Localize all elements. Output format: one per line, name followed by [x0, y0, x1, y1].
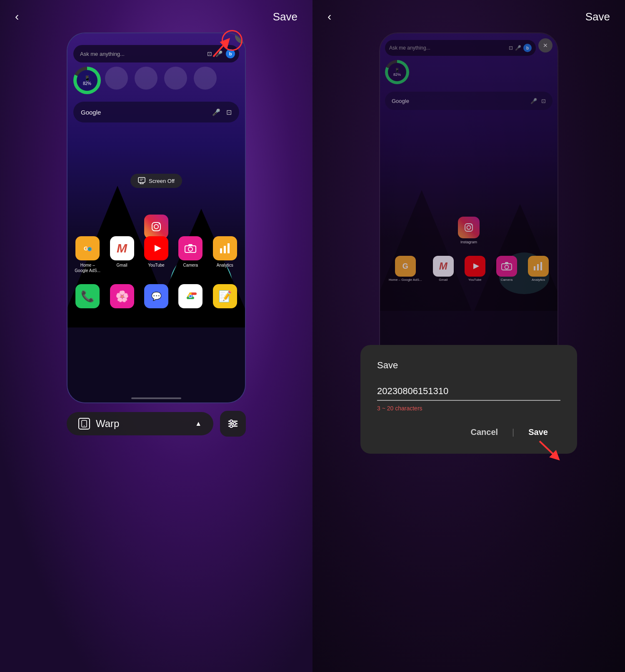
right-app-analytics: Analytics	[528, 256, 549, 282]
right-instagram-icon	[458, 217, 480, 238]
svg-rect-36	[534, 266, 535, 270]
right-mic-icon: 🎤	[515, 45, 521, 51]
svg-point-20	[189, 295, 192, 297]
right-battery-pct: 82%	[393, 72, 401, 77]
right-battery-widget: 📱 82%	[385, 60, 409, 84]
right-analytics-icon	[528, 256, 549, 277]
phone-emoji: 📞	[81, 290, 94, 303]
left-back-button[interactable]: ‹	[15, 10, 19, 23]
right-youtube-icon	[465, 256, 485, 277]
save-button-container: Save	[516, 423, 560, 441]
battery-widget: 📱 82%	[73, 67, 101, 94]
right-app-camera: Camera	[496, 256, 517, 282]
right-back-button[interactable]: ‹	[328, 10, 331, 23]
app-notes[interactable]: 📝	[211, 284, 239, 310]
phone-screen: Ask me anything... ⊡ 🎤 b 📱 82%	[68, 33, 245, 402]
save-dialog-title: Save	[377, 360, 560, 371]
save-hint-text: 3 ~ 20 characters	[377, 405, 560, 412]
warp-settings-button[interactable]	[220, 411, 246, 437]
analytics-label: Analytics	[217, 262, 233, 268]
svg-point-3	[154, 225, 158, 229]
svg-line-40	[540, 441, 556, 457]
dialog-divider: |	[512, 427, 514, 437]
svg-point-31	[471, 224, 472, 225]
app-phone[interactable]: 📞	[73, 284, 102, 310]
svg-line-1	[213, 42, 227, 57]
warp-pill[interactable]: Warp ▲	[67, 412, 213, 435]
right-app-gmail: M Gmail	[433, 256, 454, 282]
warp-bar: Warp ▲	[67, 411, 246, 437]
left-top-bar: ‹ Save	[0, 0, 312, 28]
app-camera[interactable]: Camera	[176, 236, 205, 273]
right-phone-close-button[interactable]: ✕	[538, 38, 552, 52]
phone-icon: 📞	[75, 284, 100, 308]
settings-icon	[227, 418, 239, 430]
svg-marker-9	[155, 245, 161, 252]
app-chrome[interactable]	[176, 284, 205, 310]
google-label: Google	[81, 109, 212, 116]
svg-rect-35	[505, 262, 508, 264]
notes-icon: 📝	[213, 284, 237, 308]
right-app-row: G Home – Google AdS... M Gmail YouTube	[383, 256, 554, 282]
camera-svg	[184, 243, 197, 253]
right-ads-icon: G	[395, 256, 416, 277]
screen-off-overlay[interactable]: Screen Off	[130, 174, 182, 188]
right-google-bar: Google 🎤 ⊡	[385, 92, 552, 110]
right-save-button[interactable]: Save	[585, 10, 610, 23]
right-google-mic: 🎤	[530, 98, 537, 104]
warp-phone-icon	[78, 418, 90, 430]
youtube-label: YouTube	[148, 262, 164, 268]
svg-point-34	[505, 265, 508, 269]
svg-rect-37	[537, 264, 539, 270]
left-save-button[interactable]: Save	[273, 10, 298, 23]
svg-point-27	[233, 422, 236, 425]
warp-phone-svg	[81, 420, 88, 427]
nav-line	[131, 397, 181, 399]
svg-point-26	[230, 420, 232, 422]
app-grid: G Home – Google AdS... M	[73, 236, 239, 317]
battery-percent: 82%	[83, 81, 91, 86]
svg-marker-32	[473, 263, 479, 269]
right-instagram-container: Instagram	[380, 217, 558, 244]
bubble-icon: 💬	[144, 284, 168, 308]
save-filename-input[interactable]	[377, 382, 560, 401]
app-bubble[interactable]: 💬	[142, 284, 170, 310]
chrome-icon	[178, 284, 202, 308]
dialog-cancel-button[interactable]: Cancel	[458, 423, 510, 441]
right-youtube-label: YouTube	[468, 278, 481, 282]
right-gmail-icon: M	[433, 256, 454, 277]
app-analytics[interactable]: Analytics	[211, 236, 239, 273]
battery-icon: 📱	[84, 75, 90, 81]
app-google-ads[interactable]: G Home – Google AdS...	[73, 236, 102, 273]
screen-off-icon	[138, 177, 145, 185]
right-panel: ‹ Save ✕ Ask me anything... ⊡ 🎤 b 📱	[312, 0, 625, 672]
right-instagram-label: Instagram	[460, 240, 477, 244]
app-flower[interactable]: 🌸	[108, 284, 136, 310]
instagram-svg	[150, 220, 163, 233]
app-gmail[interactable]: M Gmail	[108, 236, 136, 273]
google-lens-icon: ⊡	[226, 108, 232, 116]
app-row-1: G Home – Google AdS... M	[73, 236, 239, 273]
right-phone-frame: ✕ Ask me anything... ⊡ 🎤 b 📱 82% Go	[379, 32, 558, 378]
app-youtube[interactable]: YouTube	[142, 236, 170, 273]
camera-label: Camera	[183, 262, 198, 268]
svg-point-22	[84, 425, 85, 426]
left-phone-frame: ✕ Ask me anything... ⊡ 🎤 b	[67, 32, 246, 403]
right-app-instagram: Instagram	[458, 217, 480, 244]
red-arrow-left	[209, 36, 234, 61]
right-bing-icon: b	[523, 44, 532, 52]
google-ads-label: Home – Google AdS...	[73, 262, 102, 273]
flower-emoji: 🌸	[115, 290, 129, 303]
battery-circle: 📱 82%	[73, 67, 101, 94]
warp-label: Warp	[96, 418, 189, 430]
left-phone-container: ✕ Ask me anything... ⊡ 🎤 b	[67, 28, 246, 403]
right-mountain-right	[474, 198, 558, 311]
left-panel: ‹ Save ✕	[0, 0, 312, 672]
analytics-svg	[219, 242, 231, 254]
right-scan-icon: ⊡	[509, 45, 513, 51]
svg-rect-14	[224, 246, 226, 253]
gmail-label: Gmail	[117, 262, 128, 268]
right-battery-icon: 📱	[395, 68, 400, 72]
google-search-bar[interactable]: Google 🎤 ⊡	[73, 102, 239, 122]
gmail-m-letter: M	[117, 241, 127, 255]
